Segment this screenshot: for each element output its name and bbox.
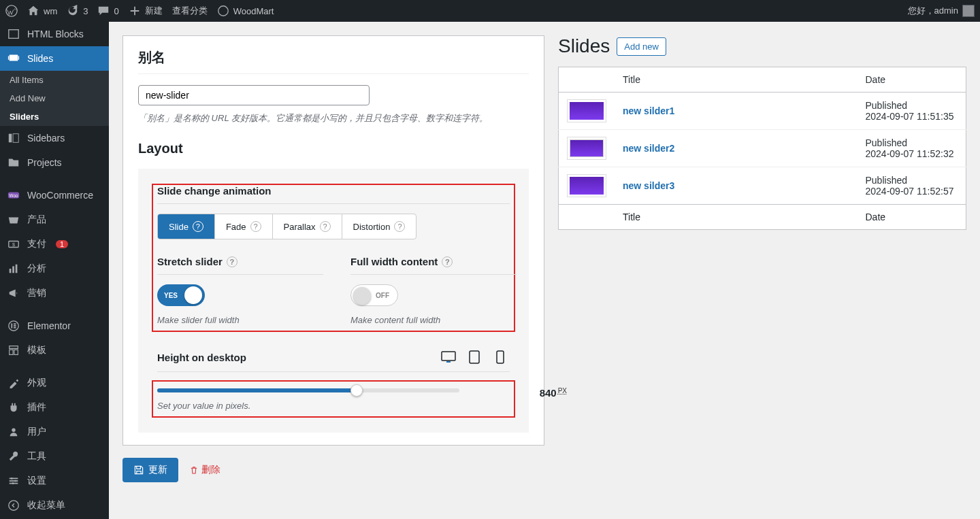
table-row: new silder3 Published2024-09-07 11:52:57 bbox=[559, 167, 966, 205]
analytics-icon bbox=[7, 262, 20, 275]
woodmart-link[interactable]: WoodMart bbox=[217, 5, 274, 17]
fullwidth-toggle[interactable]: OFF bbox=[350, 284, 398, 306]
layout-heading: Layout bbox=[138, 141, 529, 156]
height-unit: PX bbox=[558, 387, 567, 395]
editor-card: 别名 「别名」是名称的 URL 友好版本。它通常都是小写的，并且只包含字母、数字… bbox=[122, 35, 544, 446]
avatar bbox=[962, 5, 975, 17]
slide-link[interactable]: new silder3 bbox=[623, 180, 674, 191]
slide-thumb[interactable] bbox=[567, 99, 606, 122]
help-icon[interactable]: ? bbox=[394, 221, 405, 232]
anim-distortion[interactable]: Distortion? bbox=[342, 214, 416, 239]
menu-templates[interactable]: 模板 bbox=[0, 338, 109, 363]
comments-link[interactable]: 0 bbox=[97, 5, 118, 17]
save-icon bbox=[133, 465, 144, 475]
menu-elementor[interactable]: Elementor bbox=[0, 314, 109, 338]
help-icon[interactable]: ? bbox=[227, 256, 238, 267]
fullwidth-title: Full width content? bbox=[350, 256, 517, 267]
layout-box: Slide change animation Slide? Fade? Para… bbox=[138, 169, 529, 433]
highlight-animation-stretch: Slide change animation Slide? Fade? Para… bbox=[152, 184, 515, 332]
col-date-footer[interactable]: Date bbox=[858, 205, 966, 230]
submenu-all-items[interactable]: All Items bbox=[0, 71, 109, 89]
wp-logo[interactable] bbox=[5, 5, 18, 17]
svg-rect-31 bbox=[497, 351, 504, 363]
menu-projects[interactable]: Projects bbox=[0, 150, 109, 175]
anim-fade[interactable]: Fade? bbox=[214, 214, 272, 239]
menu-html-blocks[interactable]: HTML Blocks bbox=[0, 22, 109, 46]
svg-rect-18 bbox=[14, 325, 16, 327]
menu-appearance[interactable]: 外观 bbox=[0, 371, 109, 395]
slide-thumb[interactable] bbox=[567, 174, 606, 197]
slide-thumb[interactable] bbox=[567, 137, 606, 160]
slides-table: Title Date new silder1 Published2024-09-… bbox=[558, 67, 966, 230]
anim-slide[interactable]: Slide? bbox=[158, 214, 214, 239]
svg-rect-14 bbox=[16, 265, 18, 273]
delete-button[interactable]: 删除 bbox=[189, 464, 220, 476]
marketing-icon bbox=[7, 286, 20, 300]
table-row: new silder2 Published2024-09-07 11:52:32 bbox=[559, 130, 966, 167]
settings-icon bbox=[7, 474, 20, 488]
submenu-sliders[interactable]: Sliders bbox=[0, 107, 109, 126]
slide-link[interactable]: new silder2 bbox=[623, 143, 674, 154]
blocks-icon bbox=[7, 27, 20, 41]
stretch-title: Stretch slider? bbox=[157, 256, 323, 267]
fullwidth-desc: Make content full width bbox=[350, 315, 517, 325]
help-icon[interactable]: ? bbox=[320, 221, 331, 232]
site-link[interactable]: wm bbox=[27, 5, 57, 17]
slide-link[interactable]: new silder1 bbox=[623, 105, 674, 116]
anim-parallax[interactable]: Parallax? bbox=[272, 214, 342, 239]
menu-tools[interactable]: 工具 bbox=[0, 444, 109, 469]
payments-icon: $ bbox=[7, 237, 20, 251]
menu-collapse[interactable]: 收起菜单 bbox=[0, 493, 109, 496]
view-cats-link[interactable]: 查看分类 bbox=[172, 5, 208, 17]
woodmart-icon bbox=[217, 5, 229, 17]
menu-plugins[interactable]: 插件 bbox=[0, 395, 109, 420]
col-date[interactable]: Date bbox=[858, 67, 966, 93]
animation-segmented: Slide? Fade? Parallax? Distortion? bbox=[157, 214, 416, 239]
new-link[interactable]: 新建 bbox=[129, 5, 163, 17]
svg-rect-29 bbox=[446, 361, 451, 363]
menu-payments[interactable]: $支付1 bbox=[0, 232, 109, 256]
alias-input[interactable] bbox=[138, 85, 370, 105]
products-icon bbox=[7, 213, 20, 227]
height-title: Height on desktop bbox=[157, 352, 246, 363]
menu-settings[interactable]: 设置 bbox=[0, 469, 109, 493]
height-slider[interactable] bbox=[157, 388, 459, 392]
plugins-icon bbox=[7, 401, 20, 414]
account-link[interactable]: 您好，admin bbox=[908, 5, 975, 17]
menu-analytics[interactable]: 分析 bbox=[0, 256, 109, 281]
device-desktop[interactable] bbox=[439, 350, 458, 365]
col-title-footer[interactable]: Title bbox=[615, 205, 858, 230]
menu-woocommerce[interactable]: WooWooCommerce bbox=[0, 183, 109, 207]
plus-icon bbox=[129, 5, 141, 17]
help-icon[interactable]: ? bbox=[193, 221, 203, 232]
menu-sidebars[interactable]: Sidebars bbox=[0, 126, 109, 150]
device-tablet[interactable] bbox=[465, 350, 484, 365]
updates-link[interactable]: 3 bbox=[67, 5, 88, 17]
tools-icon bbox=[7, 450, 20, 463]
appearance-icon bbox=[7, 376, 20, 390]
menu-marketing[interactable]: 营销 bbox=[0, 281, 109, 305]
add-new-button[interactable]: Add new bbox=[617, 37, 666, 56]
svg-rect-22 bbox=[10, 480, 18, 482]
menu-slides[interactable]: Slides bbox=[0, 46, 109, 71]
projects-icon bbox=[7, 156, 20, 169]
device-mobile[interactable] bbox=[491, 350, 510, 365]
svg-rect-12 bbox=[10, 269, 12, 273]
anim-title: Slide change animation bbox=[157, 185, 510, 197]
table-row: new silder1 Published2024-09-07 11:51:35 bbox=[559, 93, 966, 130]
svg-point-26 bbox=[12, 482, 14, 484]
svg-point-1 bbox=[218, 6, 227, 16]
alias-desc: 「别名」是名称的 URL 友好版本。它通常都是小写的，并且只包含字母、数字和连字… bbox=[138, 112, 529, 124]
update-button[interactable]: 更新 bbox=[122, 458, 178, 482]
svg-rect-3 bbox=[10, 55, 18, 61]
help-icon[interactable]: ? bbox=[442, 256, 453, 267]
svg-text:Woo: Woo bbox=[10, 193, 18, 198]
submenu-add-new[interactable]: Add New bbox=[0, 89, 109, 107]
height-desc: Set your value in pixels. bbox=[157, 401, 459, 411]
menu-users[interactable]: 用户 bbox=[0, 420, 109, 444]
stretch-desc: Make slider full width bbox=[157, 315, 323, 325]
stretch-toggle[interactable]: YES bbox=[157, 284, 205, 306]
col-title[interactable]: Title bbox=[615, 67, 858, 93]
help-icon[interactable]: ? bbox=[250, 221, 261, 232]
menu-products[interactable]: 产品 bbox=[0, 207, 109, 232]
